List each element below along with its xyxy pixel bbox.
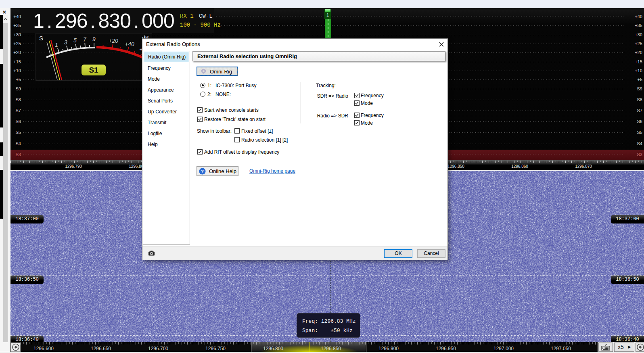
svg-text:1: 1 (55, 42, 58, 48)
svg-text:7: 7 (83, 36, 87, 43)
svg-text:5: 5 (73, 37, 77, 44)
svg-text:3: 3 (64, 39, 67, 46)
svg-text:9: 9 (92, 36, 96, 42)
svg-text:?: ? (201, 169, 204, 174)
svg-text:+40: +40 (125, 41, 134, 47)
svg-text:+20: +20 (109, 38, 118, 44)
